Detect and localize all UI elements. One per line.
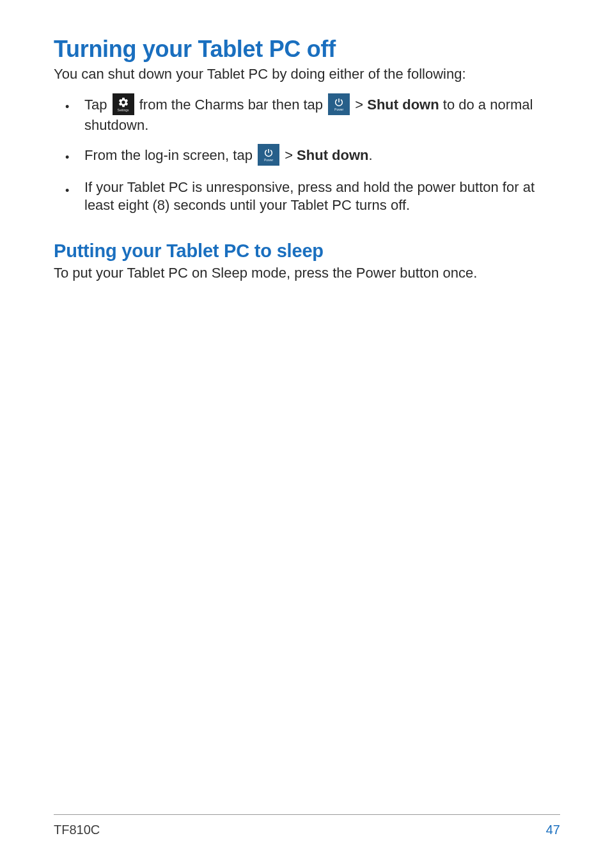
list-item: Tap Settings from the Charms bar then ta…	[54, 95, 560, 134]
power-icon: Power	[258, 144, 279, 166]
power-icon-caption: Power	[334, 108, 343, 111]
power-icon-caption: Power	[264, 159, 273, 162]
footer-divider	[54, 814, 560, 815]
text-fragment: .	[369, 147, 373, 163]
page-footer: TF810C 47	[54, 814, 560, 837]
page-title: Turning your Tablet PC off	[54, 36, 560, 63]
power-icon: Power	[328, 93, 350, 115]
intro-paragraph: You can shut down your Tablet PC by doin…	[54, 65, 560, 83]
settings-icon: Settings	[113, 93, 134, 115]
text-fragment: >	[281, 147, 297, 163]
bold-label: Shut down	[367, 96, 439, 112]
footer-page-number: 47	[546, 823, 560, 837]
footer-model: TF810C	[54, 823, 100, 837]
section-heading: Putting your Tablet PC to sleep	[54, 241, 560, 262]
text-fragment: From the log-in screen, tap	[84, 147, 256, 163]
body-paragraph: To put your Tablet PC on Sleep mode, pre…	[54, 264, 560, 282]
text-fragment: >	[351, 96, 367, 112]
instruction-list: Tap Settings from the Charms bar then ta…	[54, 95, 560, 214]
settings-icon-caption: Settings	[118, 109, 129, 112]
list-item: From the log-in screen, tap Power > Shut…	[54, 145, 560, 167]
bold-label: Shut down	[297, 147, 368, 163]
list-item: If your Tablet PC is unresponsive, press…	[54, 178, 560, 214]
text-fragment: from the Charms bar then tap	[136, 96, 327, 112]
text-fragment: Tap	[84, 96, 111, 112]
